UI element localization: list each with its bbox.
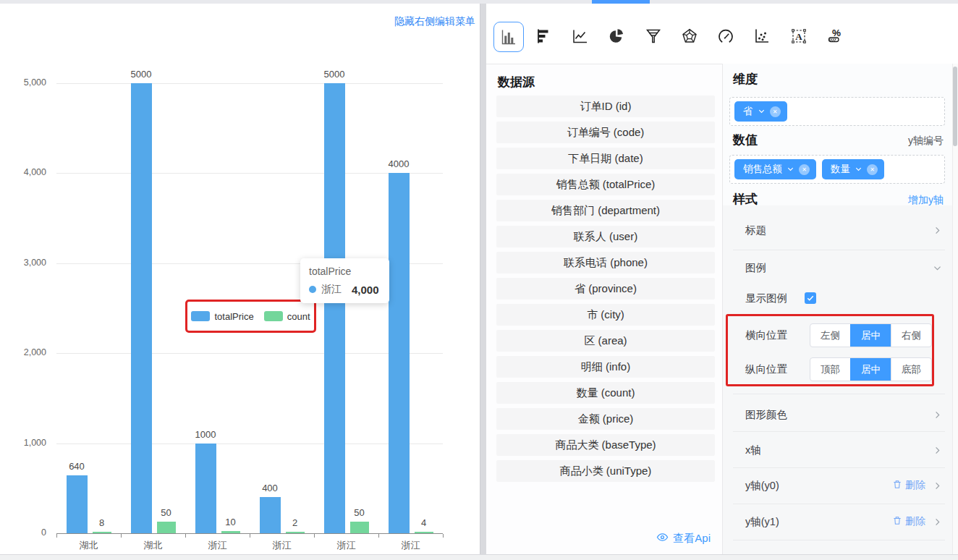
chart-legend: totalPricecount bbox=[187, 302, 314, 331]
chevron-right-icon bbox=[933, 517, 942, 527]
style-row-legend[interactable]: 图例 bbox=[723, 252, 952, 284]
text-label-icon-button[interactable]: A bbox=[784, 22, 813, 51]
metric-chip[interactable]: 数量✕ bbox=[822, 159, 884, 179]
datasource-field-item[interactable]: 订单ID (id) bbox=[496, 96, 715, 117]
datasource-field-item[interactable]: 市 (city) bbox=[496, 304, 715, 326]
style-row-title[interactable]: 标题 bbox=[723, 213, 952, 247]
metrics-title: 数值 bbox=[733, 132, 758, 148]
x-category-label: 浙江 bbox=[315, 539, 378, 552]
datasource-field-item[interactable]: 联系人 (user) bbox=[496, 226, 715, 247]
chevron-right-icon bbox=[933, 446, 942, 455]
bar-totalPrice[interactable] bbox=[131, 83, 152, 533]
segment-option-居中[interactable]: 居中 bbox=[850, 358, 891, 381]
funnel-chart-icon bbox=[645, 27, 662, 45]
legend-item-count[interactable]: count bbox=[264, 311, 310, 322]
chart-editor-app: 隐藏右侧编辑菜单 5,0004,0003,0002,0001,00006408湖… bbox=[0, 0, 958, 560]
datasource-panel: 数据源 订单ID (id)订单编号 (code)下单日期 (date)销售总额 … bbox=[486, 64, 722, 554]
left-panel-scrollbar[interactable] bbox=[480, 4, 486, 554]
legend-item-label: count bbox=[287, 311, 310, 322]
chip-remove-icon[interactable]: ✕ bbox=[867, 164, 878, 175]
chevron-right-icon bbox=[933, 410, 942, 420]
segment-option-左侧[interactable]: 左侧 bbox=[810, 324, 850, 347]
bar-value-label: 10 bbox=[209, 517, 253, 527]
style-row-y-axis-1[interactable]: y轴(y1) 删除 bbox=[723, 504, 952, 540]
bar-count[interactable] bbox=[286, 532, 305, 533]
datasource-field-item[interactable]: 下单日期 (date) bbox=[496, 148, 715, 169]
datasource-field-item[interactable]: 销售总额 (totalPrice) bbox=[496, 174, 715, 195]
dimension-chip-label: 省 bbox=[743, 105, 753, 118]
horizontal-bar-chart-icon-button[interactable] bbox=[530, 22, 559, 51]
h-position-label: 横向位置 bbox=[745, 328, 787, 342]
bar-chart-icon-button[interactable] bbox=[493, 22, 524, 52]
datasource-field-item[interactable]: 联系电话 (phone) bbox=[496, 252, 715, 273]
x-category-label: 浙江 bbox=[250, 539, 314, 552]
trash-icon bbox=[892, 479, 902, 492]
chevron-down-icon[interactable] bbox=[855, 164, 862, 175]
y-axis-1-delete-button[interactable]: 删除 bbox=[892, 515, 925, 528]
settings-scrollbar-thumb[interactable] bbox=[953, 67, 957, 146]
funnel-chart-icon-button[interactable] bbox=[639, 22, 668, 51]
datasource-field-item[interactable]: 商品小类 (uniType) bbox=[496, 460, 715, 482]
datasource-field-item[interactable]: 销售部门 (department) bbox=[496, 200, 715, 221]
dimension-chip[interactable]: 省✕ bbox=[734, 101, 787, 122]
bar-totalPrice[interactable] bbox=[324, 83, 345, 533]
segment-option-右侧[interactable]: 右侧 bbox=[891, 324, 931, 347]
show-legend-checkbox[interactable] bbox=[805, 292, 816, 304]
v-position-segmented-control: 顶部居中底部 bbox=[810, 357, 932, 381]
tooltip-row: 浙江 4,000 bbox=[309, 283, 381, 296]
add-y-axis-link[interactable]: 增加y轴 bbox=[908, 194, 944, 207]
h-position-segmented-control: 左侧居中右侧 bbox=[810, 323, 932, 347]
style-row-y-axis-0[interactable]: y轴(y0) 删除 bbox=[723, 467, 952, 504]
bar-totalPrice[interactable] bbox=[389, 173, 410, 533]
datasource-field-item[interactable]: 省 (province) bbox=[496, 278, 715, 300]
chip-remove-icon[interactable]: ✕ bbox=[799, 164, 810, 175]
bar-count[interactable] bbox=[350, 522, 369, 533]
datasource-field-item[interactable]: 区 (area) bbox=[496, 330, 715, 352]
scatter-chart-icon-button[interactable] bbox=[747, 22, 776, 51]
segment-option-居中[interactable]: 居中 bbox=[850, 324, 891, 347]
x-category-label: 浙江 bbox=[379, 539, 443, 552]
bar-count[interactable] bbox=[415, 532, 433, 533]
chevron-down-icon[interactable] bbox=[758, 106, 766, 117]
pie-chart-icon-button[interactable] bbox=[602, 22, 631, 51]
datasource-field-item[interactable]: 金额 (price) bbox=[496, 408, 715, 430]
x-axis-tick bbox=[314, 534, 315, 538]
segment-option-顶部[interactable]: 顶部 bbox=[810, 358, 850, 381]
datasource-field-item[interactable]: 订单编号 (code) bbox=[496, 122, 715, 143]
dimension-dropzone[interactable]: 省✕ bbox=[729, 97, 945, 126]
row-separator bbox=[733, 394, 945, 394]
y-axis-0-delete-button[interactable]: 删除 bbox=[892, 479, 925, 492]
bar-count[interactable] bbox=[157, 522, 176, 533]
legend-item-label: totalPrice bbox=[214, 311, 253, 322]
line-chart-icon-button[interactable] bbox=[566, 22, 595, 51]
bar-count[interactable] bbox=[93, 532, 111, 533]
datasource-field-item[interactable]: 明细 (info) bbox=[496, 356, 715, 378]
bar-count[interactable] bbox=[221, 531, 240, 533]
chevron-down-icon bbox=[933, 263, 942, 273]
radar-chart-icon-button[interactable] bbox=[675, 22, 704, 51]
gauge-chart-icon-button[interactable] bbox=[711, 22, 740, 51]
v-position-label: 纵向位置 bbox=[745, 362, 787, 376]
bottom-scrollbar-track[interactable] bbox=[0, 554, 958, 560]
percent-chart-icon-button[interactable]: % bbox=[821, 22, 849, 51]
segment-option-底部[interactable]: 底部 bbox=[891, 358, 931, 381]
trash-icon bbox=[892, 515, 902, 528]
view-api-link[interactable]: 查看Api bbox=[656, 531, 711, 546]
chip-remove-icon[interactable]: ✕ bbox=[770, 106, 781, 117]
style-row-x-axis[interactable]: x轴 bbox=[723, 433, 952, 467]
legend-item-totalPrice[interactable]: totalPrice bbox=[191, 311, 253, 322]
bar-value-label: 5000 bbox=[313, 69, 357, 80]
style-row-graph-color[interactable]: 图形颜色 bbox=[723, 398, 952, 431]
bar-value-label: 8 bbox=[80, 517, 124, 528]
chevron-down-icon[interactable] bbox=[787, 164, 794, 175]
y-axis-0-label: y轴(y0) bbox=[745, 479, 779, 493]
metrics-dropzone[interactable]: 销售总额✕数量✕ bbox=[729, 155, 945, 184]
datasource-field-item[interactable]: 商品大类 (baseType) bbox=[496, 434, 715, 456]
bar-value-label: 4000 bbox=[377, 158, 421, 169]
chevron-right-icon bbox=[933, 226, 942, 235]
bar-chart-icon bbox=[500, 28, 517, 46]
x-axis-tick bbox=[121, 534, 122, 538]
metric-chip[interactable]: 销售总额✕ bbox=[734, 159, 816, 179]
y-axis-tick-label: 4,000 bbox=[4, 167, 46, 177]
datasource-field-item[interactable]: 数量 (count) bbox=[496, 382, 715, 404]
